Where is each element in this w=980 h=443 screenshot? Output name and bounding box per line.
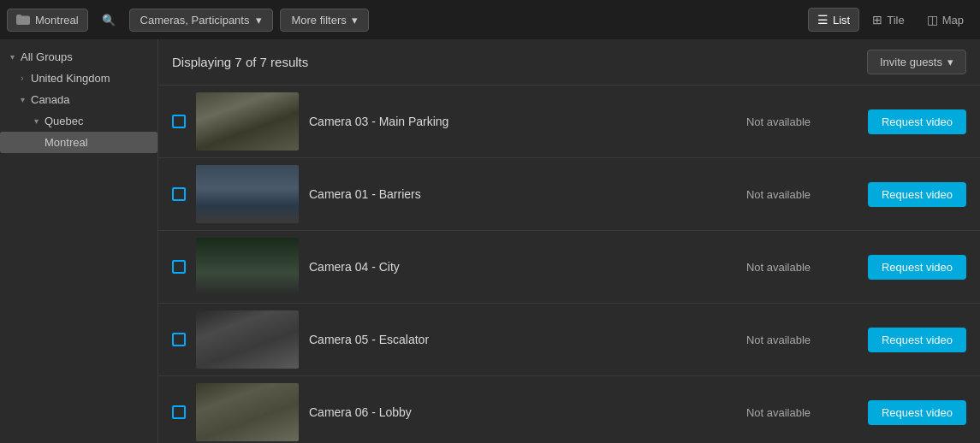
camera-status: Not available <box>746 406 858 419</box>
chevron-down-icon: ▾ <box>31 116 41 126</box>
camera-info: Camera 04 - City <box>309 260 736 274</box>
view-list-button[interactable]: List <box>808 8 859 32</box>
camera-name: Camera 01 - Barriers <box>309 187 421 201</box>
camera-info: Camera 05 - Escalator <box>309 333 736 346</box>
search-icon <box>102 12 116 27</box>
camera-list: Camera 03 - Main Parking Not available R… <box>158 86 980 443</box>
more-filters-label: More filters <box>291 14 346 27</box>
table-row: Camera 01 - Barriers Not available Reque… <box>158 158 980 231</box>
tile-icon <box>872 13 882 27</box>
camera-status: Not available <box>746 261 858 274</box>
request-video-button[interactable]: Request video <box>868 109 966 134</box>
sidebar-item-label: All Groups <box>21 50 73 63</box>
sidebar-item-canada[interactable]: ▾ Canada <box>0 89 157 110</box>
sidebar-item-label: United Kingdom <box>31 72 110 85</box>
camera-name: Camera 05 - Escalator <box>309 333 429 346</box>
camera-checkbox[interactable] <box>172 187 186 201</box>
camera-thumbnail <box>196 238 299 296</box>
view-toggle: List Tile Map <box>808 8 973 32</box>
sidebar-item-united-kingdom[interactable]: › United Kingdom <box>0 68 157 89</box>
camera-checkbox[interactable] <box>172 405 186 419</box>
results-text: Displaying 7 of 7 results <box>172 55 308 69</box>
table-row: Camera 05 - Escalator Not available Requ… <box>158 304 980 376</box>
map-icon <box>927 13 938 27</box>
content-area: Displaying 7 of 7 results Invite guests … <box>158 39 980 443</box>
chevron-down-icon <box>352 14 358 27</box>
camera-info: Camera 01 - Barriers <box>309 187 736 201</box>
more-filters-button[interactable]: More filters <box>280 9 368 32</box>
view-tile-button[interactable]: Tile <box>863 8 913 32</box>
camera-status: Not available <box>746 334 858 346</box>
view-map-button[interactable]: Map <box>918 8 973 32</box>
table-row: Camera 03 - Main Parking Not available R… <box>158 86 980 158</box>
view-list-label: List <box>833 14 850 27</box>
sidebar-item-label: Montreal <box>45 136 88 149</box>
table-row: Camera 06 - Lobby Not available Request … <box>158 376 980 443</box>
main-area: ▾ All Groups › United Kingdom ▾ Canada ▾… <box>0 39 980 443</box>
invite-guests-button[interactable]: Invite guests <box>867 50 966 74</box>
camera-name: Camera 03 - Main Parking <box>309 115 448 128</box>
request-video-button[interactable]: Request video <box>868 328 966 352</box>
chevron-right-icon: › <box>17 74 27 83</box>
folder-icon <box>16 15 30 25</box>
camera-thumbnail <box>196 310 299 369</box>
request-video-button[interactable]: Request video <box>868 255 966 280</box>
content-header: Displaying 7 of 7 results Invite guests <box>158 39 980 86</box>
camera-name: Camera 04 - City <box>309 260 400 274</box>
view-tile-label: Tile <box>887 14 904 27</box>
sidebar: ▾ All Groups › United Kingdom ▾ Canada ▾… <box>0 39 158 443</box>
sidebar-item-label: Canada <box>31 93 70 106</box>
filter-dropdown[interactable]: Cameras, Participants <box>129 9 274 32</box>
sidebar-item-montreal[interactable]: Montreal <box>0 132 157 153</box>
camera-status: Not available <box>746 115 858 128</box>
location-label: Montreal <box>35 14 79 27</box>
sidebar-item-quebec[interactable]: ▾ Quebec <box>0 110 157 132</box>
chevron-down-icon <box>256 14 262 27</box>
sidebar-item-all-groups[interactable]: ▾ All Groups <box>0 46 157 68</box>
invite-guests-label: Invite guests <box>880 56 942 68</box>
chevron-down-icon <box>947 56 953 68</box>
chevron-down-icon: ▾ <box>7 52 17 62</box>
camera-thumbnail <box>196 165 299 223</box>
location-button[interactable]: Montreal <box>7 9 88 32</box>
filter-label: Cameras, Participants <box>140 14 250 27</box>
table-row: Camera 04 - City Not available Request v… <box>158 231 980 304</box>
camera-checkbox[interactable] <box>172 115 186 128</box>
camera-info: Camera 03 - Main Parking <box>309 115 736 128</box>
camera-checkbox[interactable] <box>172 333 186 346</box>
camera-name: Camera 06 - Lobby <box>309 405 412 419</box>
sidebar-item-label: Quebec <box>45 115 84 127</box>
camera-info: Camera 06 - Lobby <box>309 405 736 419</box>
request-video-button[interactable]: Request video <box>868 182 966 207</box>
camera-thumbnail <box>196 92 299 151</box>
camera-checkbox[interactable] <box>172 260 186 274</box>
camera-thumbnail <box>196 383 299 441</box>
search-button[interactable] <box>95 9 122 31</box>
toolbar: Montreal Cameras, Participants More filt… <box>0 0 980 39</box>
request-video-button[interactable]: Request video <box>868 400 966 425</box>
view-map-label: Map <box>942 14 964 27</box>
chevron-down-icon: ▾ <box>17 95 27 104</box>
camera-status: Not available <box>746 188 858 201</box>
list-icon <box>817 13 829 27</box>
